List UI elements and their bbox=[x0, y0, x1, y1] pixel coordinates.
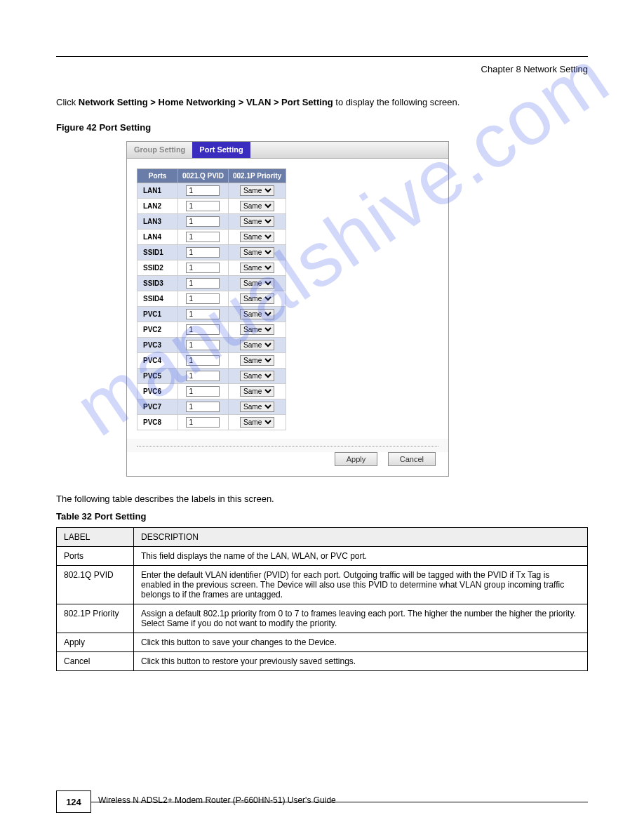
pvid-cell bbox=[178, 260, 229, 275]
col-ports: Ports bbox=[137, 168, 178, 183]
priority-cell: Same bbox=[228, 306, 286, 322]
pvid-cell bbox=[178, 291, 229, 306]
priority-select[interactable]: Same bbox=[240, 232, 274, 242]
priority-select[interactable]: Same bbox=[240, 386, 274, 397]
priority-select[interactable]: Same bbox=[240, 201, 274, 211]
table-row: PVC7Same bbox=[137, 399, 286, 414]
table-row: LAN3Same bbox=[137, 213, 286, 229]
pvid-input[interactable] bbox=[186, 263, 220, 273]
chapter-header: Chapter 8 Network Setting bbox=[56, 64, 588, 74]
table-title: Table 32 Port Setting bbox=[56, 511, 588, 522]
table-row: PVC4Same bbox=[137, 352, 286, 368]
port-name: SSID1 bbox=[137, 244, 178, 260]
desc-label: 802.1P Priority bbox=[57, 604, 134, 633]
pvid-input[interactable] bbox=[186, 402, 220, 412]
table-row: PVC8Same bbox=[137, 414, 286, 430]
desc-text: Assign a default 802.1p priority from 0 … bbox=[134, 604, 588, 633]
pvid-input[interactable] bbox=[186, 201, 220, 211]
priority-cell: Same bbox=[228, 337, 286, 352]
desc-head-desc: DESCRIPTION bbox=[134, 527, 588, 546]
port-name: PVC5 bbox=[137, 368, 178, 383]
priority-select[interactable]: Same bbox=[240, 324, 274, 335]
priority-cell: Same bbox=[228, 275, 286, 291]
description-intro: The following table describes the labels… bbox=[56, 494, 588, 504]
pvid-input[interactable] bbox=[186, 324, 220, 335]
priority-select[interactable]: Same bbox=[240, 355, 274, 366]
pvid-input[interactable] bbox=[186, 371, 220, 381]
tab-bar: Group Setting Port Setting bbox=[127, 142, 448, 159]
pvid-input[interactable] bbox=[186, 232, 220, 242]
table-row: PVC2Same bbox=[137, 322, 286, 337]
tab-group-setting[interactable]: Group Setting bbox=[127, 142, 192, 158]
desc-row: ApplyClick this button to save your chan… bbox=[57, 633, 588, 651]
port-name: LAN4 bbox=[137, 229, 178, 244]
priority-cell: Same bbox=[228, 244, 286, 260]
desc-text: Click this button to save your changes t… bbox=[134, 633, 588, 651]
priority-select[interactable]: Same bbox=[240, 340, 274, 350]
separator bbox=[137, 446, 438, 446]
priority-cell: Same bbox=[228, 183, 286, 198]
apply-button[interactable]: Apply bbox=[335, 452, 378, 466]
pvid-cell bbox=[178, 337, 229, 352]
pvid-input[interactable] bbox=[186, 293, 220, 304]
pvid-cell bbox=[178, 183, 229, 198]
priority-select[interactable]: Same bbox=[240, 293, 274, 304]
tab-port-setting[interactable]: Port Setting bbox=[192, 142, 250, 158]
priority-cell: Same bbox=[228, 383, 286, 399]
pvid-cell bbox=[178, 322, 229, 337]
table-row: LAN1Same bbox=[137, 183, 286, 198]
footer: 124 Wireless N ADSL2+ Modem Router (P-66… bbox=[56, 790, 588, 813]
priority-select[interactable]: Same bbox=[240, 309, 274, 319]
pvid-input[interactable] bbox=[186, 278, 220, 289]
intro-pre: Click bbox=[56, 97, 79, 107]
pvid-cell bbox=[178, 213, 229, 229]
table-row: SSID1Same bbox=[137, 244, 286, 260]
pvid-input[interactable] bbox=[186, 340, 220, 350]
desc-text: Enter the default VLAN identifier (PVID)… bbox=[134, 565, 588, 604]
desc-label: 802.1Q PVID bbox=[57, 565, 134, 604]
priority-cell: Same bbox=[228, 229, 286, 244]
footer-guide: Wireless N ADSL2+ Modem Router (P-660HN-… bbox=[98, 791, 588, 805]
desc-text: Click this button to restore your previo… bbox=[134, 651, 588, 670]
pvid-cell bbox=[178, 368, 229, 383]
priority-select[interactable]: Same bbox=[240, 278, 274, 289]
pvid-input[interactable] bbox=[186, 309, 220, 319]
priority-cell: Same bbox=[228, 322, 286, 337]
pvid-cell bbox=[178, 383, 229, 399]
config-panel: Group Setting Port Setting Ports 0021.Q … bbox=[126, 141, 449, 477]
priority-select[interactable]: Same bbox=[240, 216, 274, 227]
pvid-cell bbox=[178, 244, 229, 260]
pvid-cell bbox=[178, 306, 229, 322]
port-name: PVC2 bbox=[137, 322, 178, 337]
table-row: SSID2Same bbox=[137, 260, 286, 275]
table-row: SSID4Same bbox=[137, 291, 286, 306]
pvid-input[interactable] bbox=[186, 216, 220, 227]
pvid-input[interactable] bbox=[186, 185, 220, 196]
port-name: PVC7 bbox=[137, 399, 178, 414]
desc-row: PortsThis field displays the name of the… bbox=[57, 546, 588, 565]
intro-paragraph: Click Network Setting > Home Networking … bbox=[56, 95, 588, 110]
desc-label: Cancel bbox=[57, 651, 134, 670]
pvid-input[interactable] bbox=[186, 417, 220, 428]
priority-select[interactable]: Same bbox=[240, 402, 274, 412]
priority-select[interactable]: Same bbox=[240, 185, 274, 196]
priority-cell: Same bbox=[228, 260, 286, 275]
desc-row: 802.1Q PVIDEnter the default VLAN identi… bbox=[57, 565, 588, 604]
port-name: LAN3 bbox=[137, 213, 178, 229]
pvid-input[interactable] bbox=[186, 355, 220, 366]
pvid-input[interactable] bbox=[186, 247, 220, 258]
cancel-button[interactable]: Cancel bbox=[388, 452, 436, 466]
priority-select[interactable]: Same bbox=[240, 417, 274, 428]
pvid-cell bbox=[178, 352, 229, 368]
priority-select[interactable]: Same bbox=[240, 247, 274, 258]
desc-row: CancelClick this button to restore your … bbox=[57, 651, 588, 670]
pvid-input[interactable] bbox=[186, 386, 220, 397]
priority-cell: Same bbox=[228, 352, 286, 368]
priority-select[interactable]: Same bbox=[240, 263, 274, 273]
figure-title: Figure 42 Port Setting bbox=[56, 122, 588, 133]
port-name: PVC6 bbox=[137, 383, 178, 399]
intro-path: Network Setting > Home Networking > VLAN… bbox=[79, 97, 333, 107]
priority-select[interactable]: Same bbox=[240, 371, 274, 381]
desc-head-label: LABEL bbox=[57, 527, 134, 546]
port-name: PVC3 bbox=[137, 337, 178, 352]
